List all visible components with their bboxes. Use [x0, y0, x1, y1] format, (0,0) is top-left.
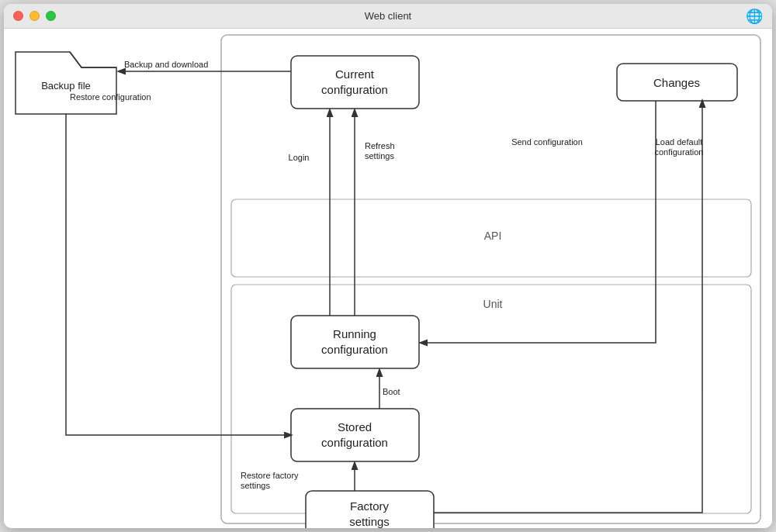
- refresh-settings-label: Refresh: [365, 141, 395, 150]
- running-config-label1: Running: [333, 327, 376, 340]
- factory-settings-label2: settings: [349, 515, 390, 528]
- close-button[interactable]: [13, 11, 23, 21]
- boot-label: Boot: [383, 387, 400, 396]
- restore-factory-label2: settings: [241, 481, 270, 490]
- window: Web client 🌐 API Unit Back: [4, 4, 772, 528]
- factory-settings-label1: Factory: [350, 499, 390, 513]
- current-config-label1: Current: [335, 67, 375, 81]
- restore-factory-label1: Restore factory: [241, 471, 299, 480]
- load-default-label2: configuration: [655, 147, 704, 157]
- send-config-label: Send configuration: [511, 137, 583, 147]
- diagram-area: API Unit Backup file Current configurati…: [4, 29, 772, 528]
- refresh-settings-label2: settings: [365, 151, 394, 161]
- window-controls: [13, 11, 56, 21]
- restore-config-label: Restore configuration: [70, 92, 151, 102]
- current-config-box: [291, 56, 419, 109]
- current-config-label2: configuration: [321, 83, 388, 96]
- stored-config-label2: configuration: [321, 436, 388, 449]
- minimize-button[interactable]: [29, 11, 40, 21]
- diagram-svg: API Unit Backup file Current configurati…: [4, 29, 772, 528]
- backup-download-label: Backup and download: [124, 60, 208, 69]
- api-label: API: [484, 230, 502, 242]
- title-bar: Web client 🌐: [4, 4, 772, 29]
- changes-label: Changes: [653, 76, 700, 89]
- running-config-box: [291, 316, 419, 368]
- login-label: Login: [289, 153, 310, 162]
- window-title: Web client: [365, 10, 411, 22]
- load-default-label1: Load default: [656, 137, 703, 147]
- stored-config-box: [291, 409, 419, 461]
- stored-config-label1: Stored: [338, 420, 372, 434]
- unit-label: Unit: [483, 298, 503, 310]
- running-config-label2: configuration: [321, 343, 388, 356]
- maximize-button[interactable]: [46, 11, 56, 21]
- globe-icon: 🌐: [746, 8, 763, 25]
- backup-file-label: Backup file: [41, 80, 91, 92]
